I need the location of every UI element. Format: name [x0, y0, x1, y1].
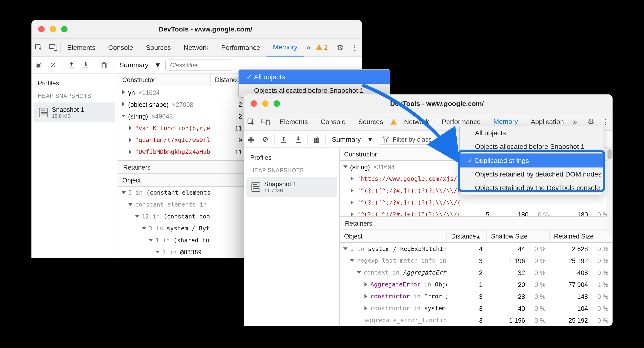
- warning-icon[interactable]: [390, 113, 398, 131]
- tab-network[interactable]: Network: [177, 38, 215, 56]
- dropdown-item[interactable]: Objects retained by the DevTools console: [460, 181, 604, 195]
- window-title: DevTools - www.google.com/: [49, 25, 362, 33]
- window-title: DevTools - www.google.com/: [261, 100, 612, 107]
- snapshot-icon: [252, 182, 260, 192]
- overflow-button[interactable]: »: [570, 117, 580, 126]
- sidebar: Profiles HEAP SNAPSHOTS Snapshot 1 15.8 …: [32, 74, 118, 258]
- col-distance[interactable]: Distance▴: [447, 230, 487, 242]
- snapshot-icon: [39, 108, 48, 117]
- download-icon[interactable]: [79, 62, 93, 69]
- close-icon[interactable]: [251, 100, 257, 107]
- retainer-row[interactable]: constructor in Error @5413280 %1480 %: [340, 290, 612, 302]
- tab-network[interactable]: Network: [398, 113, 435, 131]
- inspect-icon[interactable]: [32, 44, 46, 51]
- dropdown-item[interactable]: ✓All objects: [239, 70, 390, 84]
- dropdown-item[interactable]: ✓Duplicated strings: [460, 153, 604, 167]
- upload-icon[interactable]: [64, 62, 79, 69]
- kebab-menu-icon[interactable]: ⋮: [598, 117, 613, 126]
- snapshot-name: Snapshot 1: [264, 180, 296, 188]
- class-filter-button[interactable]: Filter by class: [378, 134, 436, 145]
- tab-memory[interactable]: Memory: [266, 38, 304, 56]
- sidebar: Profiles HEAP SNAPSHOTS Snapshot 1 11.7 …: [244, 148, 340, 326]
- snapshot-size: 15.8 MB: [52, 113, 84, 119]
- profiles-header: Profiles: [244, 148, 340, 165]
- object-filter-dropdown[interactable]: ✓All objectsObjects allocated before Sna…: [238, 69, 390, 98]
- svg-rect-5: [266, 120, 269, 125]
- retainer-row[interactable]: constructor in system / M3400 %1040 %: [340, 302, 612, 314]
- tab-sources[interactable]: Sources: [140, 38, 177, 56]
- upload-icon[interactable]: [276, 136, 291, 143]
- snapshot-name: Snapshot 1: [52, 106, 84, 113]
- kebab-menu-icon[interactable]: ⋮: [348, 43, 362, 52]
- garbage-collect-icon[interactable]: [97, 61, 111, 69]
- tab-performance[interactable]: Performance: [215, 38, 266, 56]
- snapshot-size: 11.7 MB: [264, 187, 296, 193]
- tab-console[interactable]: Console: [102, 38, 140, 56]
- view-select[interactable]: Summary▼: [328, 136, 378, 143]
- view-select[interactable]: Summary▼: [115, 61, 166, 69]
- retainer-row[interactable]: regexp_last_match_info in syst31 1960 %2…: [340, 255, 612, 267]
- svg-rect-2: [54, 46, 57, 51]
- overflow-button[interactable]: »: [304, 43, 313, 52]
- col-constructor[interactable]: Constructor: [118, 74, 211, 86]
- dropdown-item[interactable]: All objects: [460, 126, 604, 140]
- table-row[interactable]: "^(?:([^:/?#.]+):)?(?:\\/\\/(?:: [340, 196, 612, 208]
- download-icon[interactable]: [291, 136, 306, 143]
- dropdown-item[interactable]: Objects retained by detached DOM nodes: [460, 167, 604, 181]
- gear-icon[interactable]: ⚙: [584, 117, 598, 126]
- clear-icon[interactable]: ⊘: [46, 60, 60, 69]
- table-row[interactable]: "^(?:([^:/?#.]+):)?(?:\\/\\/(?:51800 %18…: [340, 208, 612, 216]
- tab-elements[interactable]: Elements: [61, 38, 102, 56]
- record-icon[interactable]: ◉: [244, 135, 258, 144]
- class-filter-input[interactable]: [166, 59, 233, 70]
- heap-snapshots-header: HEAP SNAPSHOTS: [244, 165, 340, 176]
- inspect-icon[interactable]: [244, 118, 258, 126]
- tab-sources[interactable]: Sources: [352, 113, 390, 131]
- heap-snapshots-header: HEAP SNAPSHOTS: [32, 90, 118, 102]
- devtools-window-2: DevTools - www.google.com/ ElementsConso…: [244, 95, 612, 326]
- clear-icon[interactable]: ⊘: [258, 135, 273, 144]
- col-retained[interactable]: Retained Size: [550, 230, 612, 242]
- tab-elements[interactable]: Elements: [273, 113, 314, 131]
- gear-icon[interactable]: ⚙: [333, 43, 348, 52]
- object-filter-dropdown[interactable]: All objectsObjects allocated before Snap…: [459, 126, 604, 195]
- snapshot-item[interactable]: Snapshot 1 11.7 MB: [246, 177, 337, 197]
- col-constructor[interactable]: Constructor: [340, 148, 460, 160]
- warning-badge[interactable]: 2: [316, 44, 328, 51]
- devtools-tabs: ElementsConsoleSourcesNetworkPerformance…: [32, 39, 362, 57]
- titlebar: DevTools - www.google.com/: [244, 95, 612, 113]
- tab-console[interactable]: Console: [314, 113, 352, 131]
- profiles-header: Profiles: [32, 74, 118, 90]
- snapshot-item[interactable]: Snapshot 1 15.8 MB: [34, 103, 115, 123]
- retainers-caption: Retainers: [340, 217, 612, 230]
- garbage-collect-icon[interactable]: [309, 136, 324, 143]
- device-toggle-icon[interactable]: [46, 44, 60, 51]
- titlebar: DevTools - www.google.com/: [32, 20, 362, 39]
- record-icon[interactable]: ◉: [32, 60, 46, 69]
- retainer-row[interactable]: aggregate_error_function31 1960 %25 1920…: [340, 314, 612, 326]
- col-object[interactable]: Object: [340, 230, 447, 242]
- close-icon[interactable]: [38, 26, 44, 33]
- retainer-row[interactable]: context in AggregateError()2320 %4080 %: [340, 267, 612, 279]
- retainer-row[interactable]: AggregateError in Object1200 %77 9041 %: [340, 278, 612, 290]
- device-toggle-icon[interactable]: [258, 118, 273, 125]
- retainer-row[interactable]: 1 in system / RegExpMatchInfo @4440 %2 6…: [340, 243, 612, 255]
- dropdown-item[interactable]: Objects allocated before Snapshot 1: [460, 140, 604, 153]
- col-shallow[interactable]: Shallow Size: [487, 230, 550, 242]
- scrollbar[interactable]: [606, 148, 612, 235]
